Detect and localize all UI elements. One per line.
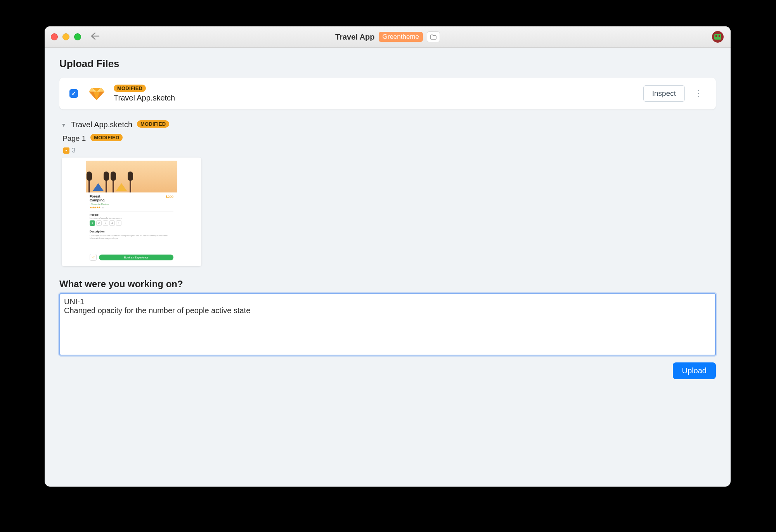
people-pill-plus: +	[116, 220, 121, 226]
window-title: Travel App	[335, 33, 375, 42]
thumbnail-hero-image	[86, 161, 177, 192]
thumbnail-title: Forest Camping	[90, 195, 105, 203]
artboard-count: 3	[72, 147, 75, 154]
artboard-thumbnail[interactable]: Forest Camping $299 ◦ Yosemite Region ★★…	[62, 158, 201, 266]
people-pill-1: 1	[90, 220, 95, 226]
titlebar: Travel App Greentheme	[45, 26, 731, 48]
thumbnail-people-sub: Number of people in your group	[90, 217, 173, 219]
app-window: Travel App Greentheme Upload Files ✓ MOD…	[45, 26, 731, 487]
thumbnail-book-button: Book an Experience	[99, 255, 173, 260]
upload-row: Upload	[59, 362, 716, 379]
traffic-lights	[51, 33, 81, 40]
people-pill-2: 2	[96, 220, 102, 226]
open-folder-button[interactable]	[427, 31, 440, 42]
thumbnail-people-pills: 1 2 3 4 +	[90, 220, 173, 226]
avatar-icon	[714, 34, 721, 40]
thumbnail-price: $299	[166, 195, 173, 199]
modified-badge: MODIFIED	[114, 85, 146, 92]
more-options-icon[interactable]: ⋮	[691, 87, 706, 100]
artboard-indicator-icon	[63, 147, 69, 154]
tree-file-name: Travel App.sketch	[71, 120, 132, 129]
page-heading: Upload Files	[59, 58, 716, 70]
thumbnail-desc-text: Lorem ipsum sit amet consectetur adipisc…	[90, 234, 173, 240]
minimize-window-icon[interactable]	[62, 33, 69, 40]
back-arrow-icon[interactable]	[90, 32, 100, 42]
thumbnail-review-count: 47	[102, 206, 104, 209]
artboard-count-row: 3	[59, 147, 716, 154]
content-area: Upload Files ✓ MODIFIED Travel App.sketc…	[45, 48, 731, 389]
tree-file-badge: MODIFIED	[137, 120, 169, 128]
tree-page-row[interactable]: Page 1 MODIFIED	[59, 134, 716, 143]
thumbnail-stars: ★★★★★ 47	[90, 206, 173, 209]
close-window-icon[interactable]	[51, 33, 58, 40]
sketch-file-icon	[89, 86, 104, 101]
user-avatar[interactable]	[712, 31, 724, 43]
tree-file-row[interactable]: ▼ Travel App.sketch MODIFIED	[59, 120, 716, 129]
disclosure-triangle-icon[interactable]: ▼	[61, 122, 66, 128]
title-center: Travel App Greentheme	[335, 31, 440, 42]
thumbnail-people-label: People	[90, 213, 173, 216]
upload-button[interactable]: Upload	[673, 362, 716, 379]
thumbnail-content: Forest Camping $299 ◦ Yosemite Region ★★…	[86, 161, 177, 263]
thumbnail-location: ◦ Yosemite Region	[90, 203, 173, 205]
stars-icon: ★★★★★	[90, 206, 100, 209]
thumbnail-desc-label: Description	[90, 230, 173, 233]
folder-icon	[430, 35, 436, 40]
people-pill-3: 3	[103, 220, 108, 226]
comment-heading: What were you working on?	[59, 279, 716, 289]
thumbnail-body: Forest Camping $299 ◦ Yosemite Region ★★…	[86, 192, 177, 263]
inspect-button[interactable]: Inspect	[643, 85, 685, 102]
file-name: Travel App.sketch	[114, 94, 643, 102]
thumbnail-favorite-icon: ♡	[90, 254, 97, 261]
file-checkbox[interactable]: ✓	[69, 89, 78, 98]
maximize-window-icon[interactable]	[74, 33, 81, 40]
comment-textarea[interactable]	[59, 293, 716, 355]
tree-page-name: Page 1	[62, 134, 86, 143]
people-pill-4: 4	[109, 220, 115, 226]
file-card: ✓ MODIFIED Travel App.sketch Inspect ⋮	[59, 78, 716, 109]
branch-badge: Greentheme	[379, 32, 423, 42]
tree-page-badge: MODIFIED	[90, 134, 123, 141]
file-meta: MODIFIED Travel App.sketch	[114, 85, 643, 102]
